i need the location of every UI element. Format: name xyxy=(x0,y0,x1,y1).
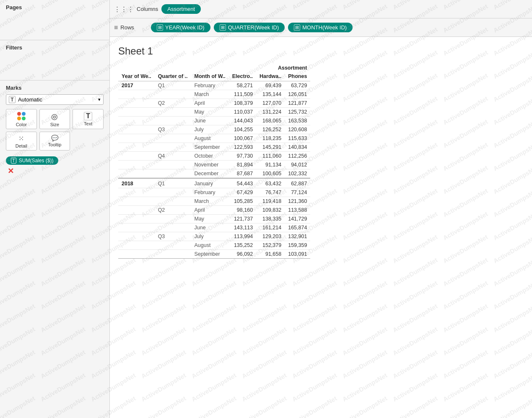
hardwa-cell: 152,379 xyxy=(256,241,285,250)
month-cell: April xyxy=(191,99,228,108)
phones-cell: 62,887 xyxy=(285,178,310,188)
quarter-week-pill[interactable]: ⊞ QUARTER(Week ID) xyxy=(214,23,285,32)
year-cell xyxy=(118,108,155,117)
quarter-cell xyxy=(155,250,191,259)
phones-cell: 125,732 xyxy=(285,108,310,117)
sheet-title: Sheet 1 xyxy=(118,45,524,57)
year-cell xyxy=(118,152,155,161)
electro-cell: 144,043 xyxy=(229,117,256,125)
assortment-pill-label: Assortment xyxy=(167,6,195,12)
quarter-col-header: Quarter of .. xyxy=(155,72,191,81)
sum-sales-pill[interactable]: T SUM(Sales ($)) xyxy=(6,156,58,165)
columns-toolbar-row: ⋮⋮⋮ Columns Assortment xyxy=(110,0,532,18)
phones-cell: 165,874 xyxy=(285,223,310,232)
quarter-cell: Q2 xyxy=(155,99,191,108)
hardwa-col-header: Hardwa.. xyxy=(256,72,285,81)
empty-header xyxy=(118,64,229,72)
electro-cell: 97,730 xyxy=(229,152,256,161)
marks-grid: Color ◎ Size T Text ⁙ Detail 💬 Tooltip xyxy=(6,109,104,151)
table-row: August135,252152,379159,359 xyxy=(118,241,310,250)
year-cell xyxy=(118,169,155,179)
size-button[interactable]: ◎ Size xyxy=(39,109,70,129)
year-cell xyxy=(118,134,155,143)
color-button[interactable]: Color xyxy=(6,109,37,129)
columns-icon: ⋮⋮⋮ xyxy=(114,5,134,13)
phones-col-header: Phones xyxy=(285,72,310,81)
phones-cell: 159,359 xyxy=(285,241,310,250)
pages-title: Pages xyxy=(6,4,104,10)
rows-label-group: ≡ Rows xyxy=(114,24,148,31)
phones-cell: 163,538 xyxy=(285,117,310,125)
phones-cell: 121,360 xyxy=(285,197,310,206)
detail-button[interactable]: ⁙ Detail xyxy=(6,132,37,151)
data-table: Assortment Year of We.. Quarter of .. Mo… xyxy=(118,64,310,259)
month-cell: August xyxy=(191,241,228,250)
color-icon xyxy=(17,112,26,120)
marks-type-dropdown[interactable]: T Automatic ▾ xyxy=(6,94,104,105)
quarter-cell xyxy=(155,117,191,125)
year-week-pill[interactable]: ⊞ YEAR(Week ID) xyxy=(151,23,210,32)
phones-cell: 94,012 xyxy=(285,161,310,169)
remove-pill-button[interactable]: ✕ xyxy=(8,166,104,176)
quarter-cell xyxy=(155,188,191,197)
phones-cell: 126,051 xyxy=(285,90,310,99)
tooltip-button[interactable]: 💬 Tooltip xyxy=(39,132,70,151)
hardwa-cell: 135,144 xyxy=(256,90,285,99)
assortment-header-row: Assortment xyxy=(118,64,310,72)
phones-cell: 120,608 xyxy=(285,125,310,134)
hardwa-cell: 109,832 xyxy=(256,206,285,215)
assortment-header: Assortment xyxy=(229,64,311,72)
month-cell: July xyxy=(191,125,228,134)
hardwa-cell: 119,418 xyxy=(256,197,285,206)
quarter-cell: Q2 xyxy=(155,206,191,215)
assortment-pill[interactable]: Assortment xyxy=(161,4,201,14)
marks-type-text: Automatic xyxy=(18,96,42,103)
month-pill-icon: ⊞ xyxy=(294,24,300,31)
quarter-cell: Q4 xyxy=(155,152,191,161)
hardwa-cell: 138,335 xyxy=(256,215,285,223)
hardwa-cell: 91,658 xyxy=(256,250,285,259)
hardwa-cell: 100,605 xyxy=(256,169,285,179)
phones-cell: 121,877 xyxy=(285,99,310,108)
electro-cell: 96,092 xyxy=(229,250,256,259)
month-cell: January xyxy=(191,178,228,188)
quarter-cell: Q1 xyxy=(155,178,191,188)
table-row: March105,285119,418121,360 xyxy=(118,197,310,206)
month-cell: February xyxy=(191,188,228,197)
size-label: Size xyxy=(50,122,59,127)
quarter-cell xyxy=(155,223,191,232)
table-row: 2017Q1February58,27169,43963,729 xyxy=(118,81,310,90)
month-week-pill[interactable]: ⊞ MONTH(Week ID) xyxy=(288,23,353,32)
month-cell: May xyxy=(191,108,228,117)
hardwa-cell: 131,224 xyxy=(256,108,285,117)
filters-title: Filters xyxy=(6,44,104,51)
year-cell xyxy=(118,206,155,215)
table-row: Q2April108,379127,070121,877 xyxy=(118,99,310,108)
sum-pill-container: T SUM(Sales ($)) ✕ xyxy=(6,155,104,176)
month-cell: October xyxy=(191,152,228,161)
hardwa-cell: 129,203 xyxy=(256,232,285,241)
year-cell xyxy=(118,143,155,152)
quarter-cell xyxy=(155,215,191,223)
table-row: 2018Q1January54,44363,43262,887 xyxy=(118,178,310,188)
quarter-pill-icon: ⊞ xyxy=(220,24,226,31)
text-button[interactable]: T Text xyxy=(73,109,104,129)
electro-cell: 135,252 xyxy=(229,241,256,250)
pages-content xyxy=(6,12,104,37)
electro-cell: 104,255 xyxy=(229,125,256,134)
phones-cell: 115,633 xyxy=(285,134,310,143)
table-row: August100,067118,235115,633 xyxy=(118,134,310,143)
phones-cell: 140,834 xyxy=(285,143,310,152)
quarter-cell xyxy=(155,108,191,117)
phones-cell: 132,901 xyxy=(285,232,310,241)
phones-cell: 141,729 xyxy=(285,215,310,223)
marks-dropdown-label: T Automatic xyxy=(9,96,42,103)
month-cell: June xyxy=(191,117,228,125)
detail-label: Detail xyxy=(16,143,27,148)
quarter-cell xyxy=(155,90,191,99)
quarter-cell: Q1 xyxy=(155,81,191,90)
text-icon: T xyxy=(84,112,92,120)
marks-section: Marks T Automatic ▾ Color ◎ Size T Text xyxy=(0,80,109,418)
quarter-cell xyxy=(155,169,191,179)
quarter-cell xyxy=(155,197,191,206)
